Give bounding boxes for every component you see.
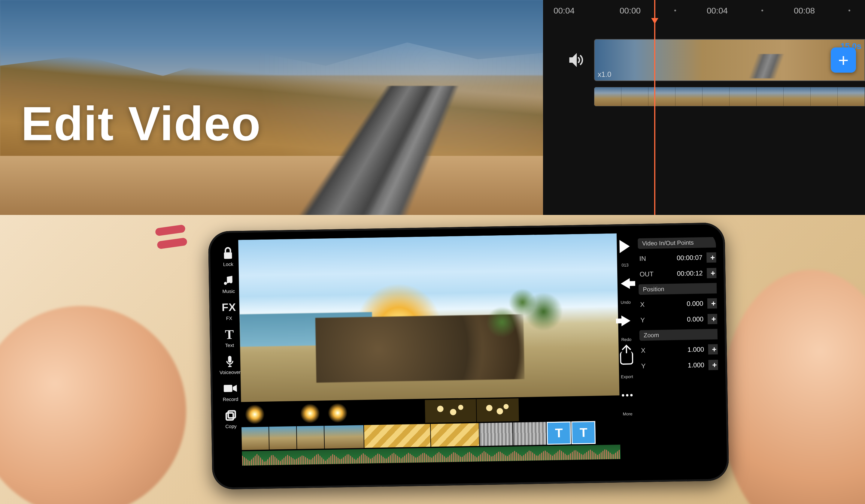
out-plus[interactable]: +: [707, 268, 719, 278]
zoomy-value: 1.000: [665, 361, 704, 370]
track-thumb[interactable]: [324, 401, 351, 425]
more-label: More: [623, 412, 633, 417]
timeline-ruler[interactable]: 00:04 00:00 00:04 00:08: [543, 6, 865, 24]
music-icon: [218, 273, 239, 288]
track-thumb[interactable]: [269, 402, 296, 426]
in-plus[interactable]: +: [706, 252, 719, 263]
track-thumb[interactable]: [364, 424, 430, 448]
section-header-position[interactable]: Position: [638, 282, 720, 295]
lock-icon: [217, 246, 239, 260]
export-label: Export: [621, 374, 633, 379]
tool-lock[interactable]: Lock: [217, 246, 239, 267]
text-clip[interactable]: T: [546, 421, 571, 445]
track-thumb[interactable]: [324, 425, 364, 448]
accent-marks: [154, 219, 188, 255]
track-thumb[interactable]: [241, 403, 268, 426]
copy-icon: [220, 408, 242, 423]
track-thumb[interactable]: [242, 427, 269, 450]
text-clip[interactable]: T: [571, 421, 596, 444]
redo-label: Redo: [621, 337, 632, 342]
tool-label: Music: [222, 289, 235, 294]
undo-button[interactable]: [618, 276, 633, 292]
video-preview[interactable]: [238, 233, 619, 402]
track-thumb[interactable]: [297, 402, 324, 425]
hand-left: [0, 289, 203, 504]
text-icon: T: [219, 327, 240, 342]
track-thumb[interactable]: [477, 398, 519, 422]
ruler-tick: 00:00: [620, 6, 641, 15]
tool-music[interactable]: Music: [218, 273, 239, 294]
inspector-panel: Video In/Out Points IN 00:00:07 + - OUT …: [632, 232, 720, 473]
frame-counter: 013: [621, 263, 628, 268]
tool-voiceover[interactable]: Voiceover: [219, 354, 241, 375]
in-label: IN: [639, 255, 659, 263]
track-thumb[interactable]: [519, 397, 620, 421]
zoomx-plus[interactable]: +: [708, 344, 720, 354]
clip-speed: x1.0: [598, 70, 611, 79]
tool-text[interactable]: T Text: [219, 327, 240, 348]
svg-marker-0: [570, 55, 576, 66]
svg-rect-5: [226, 413, 233, 420]
ruler-tick: 00:04: [707, 6, 728, 15]
timeline-playhead[interactable]: [654, 0, 655, 215]
track-thumb[interactable]: [425, 399, 476, 423]
track-thumb[interactable]: [513, 422, 546, 445]
track-thumb[interactable]: [479, 422, 513, 446]
arrow-left-icon: [621, 278, 630, 289]
tool-label: Text: [225, 343, 234, 348]
tool-label: Record: [223, 397, 239, 402]
fx-icon: FX: [218, 300, 240, 315]
tool-label: Voiceover: [220, 370, 241, 375]
track-thumb[interactable]: [269, 426, 297, 450]
posx-plus[interactable]: +: [707, 298, 719, 308]
timeline-thumbnail-track[interactable]: [594, 87, 865, 106]
track-thumb[interactable]: [379, 400, 425, 424]
zoomy-plus[interactable]: +: [708, 360, 720, 370]
overlay-title: Edit Video: [21, 96, 261, 151]
svg-rect-3: [224, 385, 232, 392]
posy-value: 0.000: [665, 315, 703, 324]
play-button[interactable]: [617, 238, 633, 254]
arrow-right-icon: [621, 316, 631, 327]
tool-label: FX: [226, 316, 232, 321]
in-value: 00:00:07: [663, 254, 702, 262]
add-clip-button[interactable]: +: [831, 47, 856, 73]
phone-frame: Lock Music FX FX T Text: [208, 222, 729, 490]
track-thumb[interactable]: [431, 423, 479, 447]
camera-icon: [220, 381, 241, 396]
track-thumb[interactable]: [596, 421, 620, 444]
tool-copy[interactable]: Copy: [220, 408, 242, 429]
export-icon: [620, 351, 633, 365]
tool-label: Lock: [223, 262, 233, 267]
posy-label: Y: [641, 316, 660, 324]
track-thumb[interactable]: [352, 401, 379, 424]
track-thumb[interactable]: [297, 426, 324, 449]
timeline-clip[interactable]: 15.0s x1.0 +: [594, 39, 865, 81]
more-button[interactable]: [619, 387, 635, 403]
play-icon: [620, 240, 630, 253]
posx-value: 0.000: [664, 300, 703, 308]
section-header-zoom[interactable]: Zoom: [639, 328, 720, 341]
timeline-tracks[interactable]: T T: [241, 395, 621, 480]
ruler-tick: 00:08: [794, 6, 815, 15]
tool-fx[interactable]: FX FX: [218, 300, 240, 321]
ruler-tick: 00:04: [554, 6, 575, 15]
out-value: 00:00:12: [664, 269, 703, 278]
svg-rect-6: [228, 411, 235, 418]
volume-icon[interactable]: [567, 51, 585, 69]
hero-landscape-image: Edit Video: [0, 0, 543, 215]
zoomy-label: Y: [641, 362, 661, 370]
svg-rect-2: [228, 356, 232, 363]
svg-marker-4: [233, 385, 237, 392]
section-header-inout[interactable]: Video In/Out Points: [638, 236, 720, 249]
posx-label: X: [640, 301, 660, 308]
tool-label: Copy: [225, 424, 237, 429]
mic-icon: [219, 354, 241, 368]
redo-button[interactable]: [618, 313, 634, 329]
dots-icon: [622, 394, 633, 397]
undo-label: Undo: [621, 300, 631, 305]
posy-plus[interactable]: +: [708, 314, 720, 324]
export-button[interactable]: [619, 350, 635, 366]
hand-right: [721, 270, 865, 504]
tool-record[interactable]: Record: [220, 381, 241, 402]
